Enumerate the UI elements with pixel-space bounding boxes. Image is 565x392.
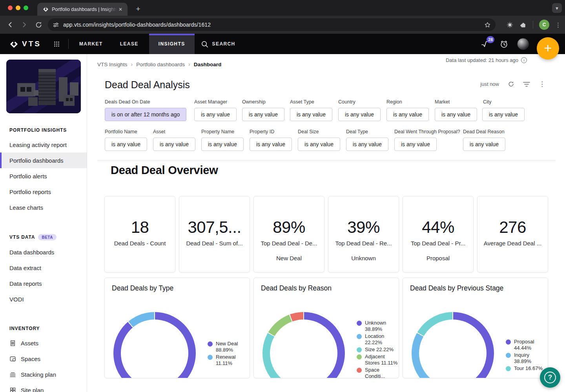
spaces-icon (9, 356, 16, 362)
browser-tab-strip: Portfolio dashboards | Insights ✕ + ▼ (0, 0, 565, 16)
browser-tab[interactable]: Portfolio dashboards | Insights ✕ (37, 3, 128, 16)
vts-logo-icon (9, 40, 18, 49)
refresh-icon[interactable] (508, 81, 514, 87)
minimize-window-button[interactable] (16, 5, 20, 10)
browser-profile-avatar[interactable]: C (539, 20, 549, 30)
filter-asset-type: Asset Type is any value (290, 99, 332, 121)
legend-dot (506, 353, 511, 358)
filter-value-dead-deal-reason[interactable]: is any value (463, 138, 505, 151)
legend-item[interactable]: Unknown 38.89% (357, 320, 399, 332)
sidebar-item-site-plan[interactable]: Site plan (0, 382, 87, 392)
reload-button[interactable] (34, 20, 43, 29)
window-controls[interactable] (8, 5, 28, 10)
sidebar-heading-portfolio-insights: PORTFOLIO INSIGHTS (9, 127, 87, 133)
legend-item[interactable]: New Deal 88.89% (208, 341, 250, 353)
alarm-clock-icon[interactable] (499, 40, 508, 49)
filter-dead-deal-reason: Dead Deal Reason is any value (463, 129, 505, 151)
sidebar-item-assets[interactable]: Assets (0, 335, 87, 351)
url-text: app.vts.com/insights/portfolio-dashboard… (63, 22, 484, 28)
legend-dot (208, 355, 213, 360)
new-tab-button[interactable]: + (133, 4, 144, 15)
app-grid-icon[interactable] (54, 41, 60, 47)
legend-item[interactable]: Space Conditi... (357, 367, 399, 378)
legend-item[interactable]: Proposal 44.44% (506, 339, 548, 351)
kpi-top-dead-deal-type: 89% Top Dead Deal - De... New Deal (253, 196, 324, 272)
sidebar-item-vodi[interactable]: VODI (0, 291, 87, 307)
dashboard-menu-icon[interactable]: ⋮ (539, 81, 545, 87)
filter-value-country[interactable]: is any value (338, 108, 381, 121)
donut-hole (121, 319, 188, 378)
nav-item-market[interactable]: MARKET (73, 34, 109, 54)
tab-close-icon[interactable]: ✕ (117, 6, 124, 13)
help-button[interactable]: ? (540, 367, 560, 388)
url-bar[interactable]: app.vts.com/insights/portfolio-dashboard… (48, 18, 496, 31)
nav-item-lease[interactable]: LEASE (113, 34, 145, 54)
filter-value-property-id[interactable]: is any value (250, 138, 292, 151)
forward-button[interactable] (20, 20, 29, 29)
filter-icon[interactable] (523, 82, 530, 87)
filter-value-deal-type[interactable]: is any value (346, 138, 388, 151)
legend-dot (357, 347, 362, 352)
extension-sun-icon[interactable] (506, 21, 514, 29)
nav-item-insights[interactable]: INSIGHTS (149, 34, 195, 54)
breadcrumb-portfolio-dashboards[interactable]: Portfolio dashboards (136, 62, 185, 67)
filter-value-asset-type[interactable]: is any value (290, 108, 332, 121)
filter-value-region[interactable]: is any value (386, 108, 429, 121)
search-icon (201, 40, 208, 48)
info-icon[interactable]: i (521, 57, 527, 63)
zoom-window-button[interactable] (24, 5, 28, 10)
legend-item[interactable]: Renewal 11.11% (208, 354, 250, 367)
sidebar-item-data-reports[interactable]: Data reports (0, 276, 87, 291)
nav-search[interactable]: SEARCH (201, 40, 235, 48)
donut-chart[interactable] (113, 312, 196, 378)
sidebar-item-data-dashboards[interactable]: Data dashboards (0, 244, 87, 260)
sidebar-item-portfolio-reports[interactable]: Portfolio reports (0, 184, 87, 200)
legend-item[interactable]: Inquiry 38.89% (506, 352, 548, 365)
bookmark-star-icon[interactable] (484, 22, 491, 28)
vts-logo-text: VTS (22, 40, 41, 48)
donut-chart[interactable] (412, 312, 494, 378)
close-window-button[interactable] (8, 5, 13, 10)
tab-title: Portfolio dashboards | Insights (52, 7, 117, 12)
sidebar-item-leasing-activity-report[interactable]: Leasing activity report (0, 137, 87, 152)
add-new-button[interactable]: + (537, 37, 559, 60)
filter-property-id: Property ID is any value (250, 129, 292, 151)
filter-value-deals-dead-on-date[interactable]: is on or after 12 months ago (105, 108, 186, 121)
legend-item[interactable]: Size 22.22% (357, 347, 399, 353)
filter-value-ownership[interactable]: is any value (242, 108, 284, 121)
tab-list-chevron-icon[interactable]: ▼ (552, 3, 562, 13)
legend-dot (506, 339, 511, 345)
breadcrumb-vts-insights[interactable]: VTS Insights (97, 62, 128, 67)
filter-value-market[interactable]: is any value (435, 108, 477, 121)
filter-asset-manager: Asset Manager is any value (194, 99, 237, 121)
filter-value-portfolio-name[interactable]: is any value (105, 138, 147, 151)
sidebar-item-portfolio-dashboards[interactable]: Portfolio dashboards (0, 152, 87, 168)
kpi-average-dead-deal: 276 Average Dead Deal ... (477, 196, 548, 272)
sidebar-item-stacking-plan[interactable]: Stacking plan (0, 367, 87, 382)
sidebar-item-data-extract[interactable]: Data extract (0, 260, 87, 276)
user-avatar[interactable] (517, 38, 529, 50)
insights-activity-button[interactable]: 28 (481, 39, 491, 49)
vts-favicon-icon (43, 6, 49, 12)
filter-value-deal-went-through-proposal[interactable]: is any value (394, 138, 437, 151)
filter-value-asset-manager[interactable]: is any value (194, 108, 237, 121)
donut-chart[interactable] (262, 312, 345, 378)
site-settings-icon[interactable] (53, 22, 59, 28)
back-button[interactable] (5, 20, 15, 29)
donut-hole (270, 319, 337, 378)
browser-menu-icon[interactable]: ⋮ (555, 22, 561, 28)
legend-item[interactable]: Location 22.22% (357, 333, 399, 346)
filter-value-property-name[interactable]: is any value (201, 138, 244, 151)
sidebar-item-lease-charts[interactable]: Lease charts (0, 200, 87, 215)
legend-item[interactable]: Tour 16.67% (506, 365, 548, 372)
filter-value-deal-size[interactable]: is any value (298, 138, 340, 151)
sidebar-item-spaces[interactable]: Spaces (0, 351, 87, 367)
extensions-puzzle-icon[interactable] (519, 21, 527, 29)
sidebar-item-portfolio-alerts[interactable]: Portfolio alerts (0, 168, 87, 184)
filter-value-city[interactable]: is any value (482, 108, 525, 121)
legend-item[interactable]: Adjacent Stores 11.11% (357, 354, 399, 366)
filter-value-asset[interactable]: is any value (153, 138, 195, 151)
vts-logo[interactable]: VTS (9, 40, 41, 49)
filter-portfolio-name: Portfolio Name is any value (105, 129, 147, 151)
chevron-right-icon: › (131, 61, 133, 67)
